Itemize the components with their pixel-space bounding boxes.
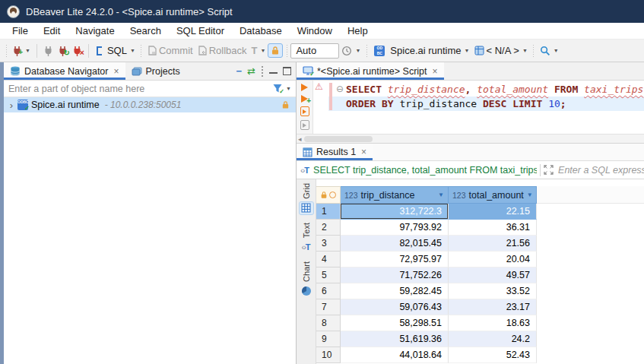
object-filter-input[interactable]: Enter a part of object name here xyxy=(8,84,272,94)
minimize-icon[interactable] xyxy=(269,67,278,74)
grid-cell-total-amount[interactable]: 21.56 xyxy=(449,236,537,252)
tab-database-navigator[interactable]: Database Navigator × xyxy=(4,62,125,80)
active-connection-selector[interactable]: ODBC Spice.ai runtime ▼ xyxy=(370,43,471,58)
scrollbar-thumb[interactable] xyxy=(304,136,373,142)
grid-cell-trip-distance[interactable]: 44,018.64 xyxy=(341,347,449,363)
execute-statement-icon[interactable] xyxy=(301,84,308,91)
grid-cell-total-amount[interactable]: 20.04 xyxy=(449,252,537,267)
tab-grid[interactable]: Grid xyxy=(300,183,313,214)
row-number[interactable]: 6 xyxy=(316,283,341,299)
close-icon[interactable]: × xyxy=(361,147,366,157)
sql-line[interactable]: ⊖SELECT trip_distance, total_amount FROM… xyxy=(328,82,644,97)
fold-icon[interactable]: ⊖ xyxy=(336,82,346,97)
grid-cell-total-amount[interactable]: 52.43 xyxy=(449,347,537,363)
sql-code-area[interactable]: ⊖SELECT trip_distance, total_amount FROM… xyxy=(328,81,644,134)
view-menu-grip[interactable] xyxy=(261,66,264,77)
connect-button[interactable] xyxy=(41,44,56,58)
reconnect-button[interactable]: ↻ xyxy=(56,44,70,58)
close-icon[interactable]: × xyxy=(113,66,119,77)
grid-cell-trip-distance[interactable]: 58,298.51 xyxy=(341,315,449,331)
expand-panel-icon[interactable] xyxy=(544,165,554,175)
filter-dropdown-icon[interactable]: ▼ xyxy=(527,191,533,198)
tab-results-1[interactable]: Results 1 × xyxy=(297,144,373,160)
filter-funnel-icon[interactable]: ✓ xyxy=(272,84,283,93)
tab-sql-script[interactable]: ✓ *<Spice.ai runtime> Script × xyxy=(297,62,444,80)
sql-line-current[interactable]: ORDER BY trip_distance DESC LIMIT 10; xyxy=(328,97,644,111)
menu-sql-editor[interactable]: SQL Editor xyxy=(169,23,232,39)
table-row[interactable]: 858,298.5118.63 xyxy=(316,315,644,331)
grid-cell-trip-distance[interactable]: 97,793.92 xyxy=(341,220,449,236)
table-row[interactable]: 951,619.3624.2 xyxy=(316,331,644,347)
commit-button[interactable]: Commit xyxy=(145,43,195,58)
table-row[interactable]: 659,282.4533.52 xyxy=(316,283,644,299)
tab-projects[interactable]: Projects xyxy=(125,62,186,80)
row-number[interactable]: 9 xyxy=(316,331,341,347)
column-header-trip-distance[interactable]: 123 trip_distance ▼ xyxy=(341,186,449,204)
transaction-history-button[interactable]: ▼ xyxy=(339,44,363,58)
collapse-all-icon[interactable]: − xyxy=(236,65,243,77)
rollback-button[interactable]: Rollback xyxy=(195,43,249,58)
row-number[interactable]: 1 xyxy=(316,204,341,220)
table-row[interactable]: 1312,722.322.15 xyxy=(316,204,644,220)
row-number[interactable]: 8 xyxy=(316,315,341,331)
chevron-down-icon[interactable]: ▼ xyxy=(286,86,291,91)
grid-cell-trip-distance[interactable]: 51,619.36 xyxy=(341,331,449,347)
grid-cell-total-amount[interactable]: 23.17 xyxy=(449,299,537,315)
grid-cell-total-amount[interactable]: 22.15 xyxy=(449,204,537,220)
link-with-editor-icon[interactable]: ⇄ xyxy=(247,65,255,77)
row-number[interactable]: 4 xyxy=(316,252,341,267)
menu-database[interactable]: Database xyxy=(232,23,290,39)
grid-cell-total-amount[interactable]: 49.57 xyxy=(449,267,537,283)
sql-editor[interactable]: + ⚠ ⊖SELECT trip_distance, total_amount … xyxy=(297,81,644,134)
table-row[interactable]: 1044,018.6452.43 xyxy=(316,347,644,363)
transaction-log-button[interactable]: T ▼ xyxy=(249,43,268,58)
menu-file[interactable]: File xyxy=(5,23,36,39)
table-row[interactable]: 571,752.2649.57 xyxy=(316,267,644,283)
execute-new-tab-icon[interactable]: + xyxy=(301,95,308,103)
grid-cell-trip-distance[interactable]: 312,722.3 xyxy=(341,204,449,220)
table-row[interactable]: 759,076.4323.17 xyxy=(316,299,644,315)
expression-input[interactable]: Enter a SQL expression to xyxy=(558,165,644,176)
grid-cell-trip-distance[interactable]: 71,752.26 xyxy=(341,267,449,283)
grid-cell-trip-distance[interactable]: 59,076.43 xyxy=(341,299,449,315)
tab-text[interactable]: Text ‹›T xyxy=(300,223,313,253)
grid-cell-total-amount[interactable]: 33.52 xyxy=(449,283,537,299)
expander-icon[interactable]: › xyxy=(7,100,16,111)
close-icon[interactable]: × xyxy=(433,66,438,77)
row-number[interactable]: 10 xyxy=(316,347,341,363)
autocommit-mode-combo[interactable]: Auto xyxy=(290,43,339,59)
script-icon[interactable] xyxy=(300,120,309,130)
grid-corner-cell[interactable] xyxy=(316,186,341,204)
grid-cell-total-amount[interactable]: 24.2 xyxy=(449,331,537,347)
grid-cell-trip-distance[interactable]: 59,282.45 xyxy=(341,283,449,299)
table-row[interactable]: 472,975.9720.04 xyxy=(316,252,644,267)
editor-hscrollbar[interactable]: ◂ xyxy=(297,134,644,143)
grid-cell-trip-distance[interactable]: 72,975.97 xyxy=(341,252,449,267)
scroll-left-icon[interactable]: ◂ xyxy=(298,135,302,143)
row-number[interactable]: 7 xyxy=(316,299,341,315)
column-header-total-amount[interactable]: 123 total_amount ▼ xyxy=(449,186,537,204)
execute-script-icon[interactable] xyxy=(300,106,309,116)
disconnect-button[interactable]: × xyxy=(70,44,84,58)
menu-window[interactable]: Window xyxy=(290,23,340,39)
new-sql-editor-button[interactable]: SQL ▼ xyxy=(93,43,138,58)
connection-readonly-toggle[interactable] xyxy=(268,43,283,58)
search-button[interactable]: ▼ xyxy=(538,44,561,58)
row-number[interactable]: 5 xyxy=(316,267,341,283)
grid-cell-trip-distance[interactable]: 82,015.45 xyxy=(341,236,449,252)
table-row[interactable]: 382,015.4521.56 xyxy=(316,236,644,252)
row-number[interactable]: 2 xyxy=(316,220,341,236)
row-number[interactable]: 3 xyxy=(316,236,341,252)
new-connection-button[interactable]: + ▼ xyxy=(10,44,33,58)
grid-cell-total-amount[interactable]: 18.63 xyxy=(449,315,537,331)
maximize-icon[interactable] xyxy=(283,67,291,75)
tab-chart[interactable]: Chart xyxy=(300,261,313,297)
table-row[interactable]: 297,793.9236.31 xyxy=(316,220,644,236)
menu-navigate[interactable]: Navigate xyxy=(68,23,122,39)
menu-help[interactable]: Help xyxy=(340,23,376,39)
tree-item-connection[interactable]: › ODBC ✓ Spice.ai runtime - 10.0.0.238:5… xyxy=(4,97,296,112)
filter-dropdown-icon[interactable]: ▼ xyxy=(438,191,444,198)
menu-search[interactable]: Search xyxy=(122,23,169,39)
menu-edit[interactable]: Edit xyxy=(36,23,68,39)
grid-cell-total-amount[interactable]: 36.31 xyxy=(449,220,537,236)
